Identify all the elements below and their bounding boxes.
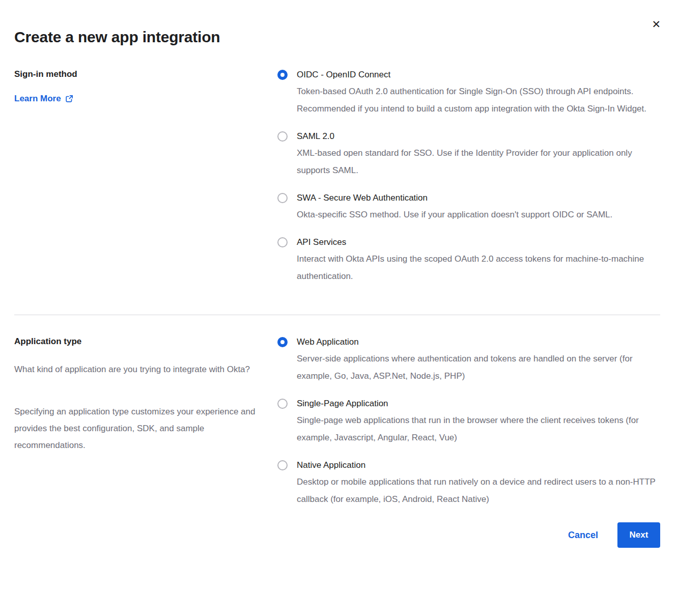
radio-option-oidc: OIDC - OpenID Connect Token-based OAuth … xyxy=(277,69,660,118)
application-type-left-column: Application type What kind of applicatio… xyxy=(14,337,277,508)
learn-more-label: Learn More xyxy=(14,94,61,104)
radio-option-swa: SWA - Secure Web Authentication Okta-spe… xyxy=(277,192,660,223)
learn-more-link[interactable]: Learn More xyxy=(14,94,73,104)
application-type-section: Application type What kind of applicatio… xyxy=(14,337,660,508)
single-page-application-option-description: Single-page web applications that run in… xyxy=(297,412,660,446)
radio-option-api-services: API Services Interact with Okta APIs usi… xyxy=(277,237,660,285)
single-page-application-radio-button[interactable] xyxy=(277,399,288,409)
web-application-radio-button[interactable] xyxy=(277,337,288,347)
application-type-options: Web Application Server-side applications… xyxy=(277,337,660,508)
native-application-option-description: Desktop or mobile applications that run … xyxy=(297,473,660,508)
radio-option-native-application: Native Application Desktop or mobile app… xyxy=(277,460,660,508)
swa-option-description: Okta-specific SSO method. Use if your ap… xyxy=(297,206,612,223)
oidc-option-description: Token-based OAuth 2.0 authentication for… xyxy=(297,83,660,118)
saml-option-description: XML-based open standard for SSO. Use if … xyxy=(297,145,660,179)
oidc-option-label[interactable]: OIDC - OpenID Connect xyxy=(297,69,660,80)
radio-option-single-page-application: Single-Page Application Single-page web … xyxy=(277,398,660,446)
radio-option-web-application: Web Application Server-side applications… xyxy=(277,337,660,385)
dialog-footer: Cancel Next xyxy=(14,522,660,548)
swa-radio-button[interactable] xyxy=(277,193,288,203)
single-page-application-option-label[interactable]: Single-Page Application xyxy=(297,398,660,409)
native-application-option-label[interactable]: Native Application xyxy=(297,460,660,471)
external-link-icon xyxy=(65,95,73,103)
api-services-radio-button[interactable] xyxy=(277,237,288,247)
page-title: Create a new app integration xyxy=(14,29,660,46)
web-application-option-description: Server-side applications where authentic… xyxy=(297,350,660,385)
signin-method-left-column: Sign-in method Learn More xyxy=(14,69,277,285)
create-app-integration-dialog: ✕ Create a new app integration Sign-in m… xyxy=(0,0,678,616)
application-type-label: Application type xyxy=(14,337,277,347)
swa-option-label[interactable]: SWA - Secure Web Authentication xyxy=(297,192,612,204)
oidc-radio-button[interactable] xyxy=(277,70,288,80)
close-icon[interactable]: ✕ xyxy=(652,19,661,30)
api-services-option-label[interactable]: API Services xyxy=(297,237,660,248)
native-application-radio-button[interactable] xyxy=(277,460,288,470)
section-divider xyxy=(14,315,660,315)
next-button[interactable]: Next xyxy=(617,522,660,548)
web-application-option-label[interactable]: Web Application xyxy=(297,337,660,348)
saml-option-label[interactable]: SAML 2.0 xyxy=(297,131,660,142)
signin-method-label: Sign-in method xyxy=(14,69,277,79)
api-services-option-description: Interact with Okta APIs using the scoped… xyxy=(297,250,660,285)
signin-method-options: OIDC - OpenID Connect Token-based OAuth … xyxy=(277,69,660,285)
radio-option-saml: SAML 2.0 XML-based open standard for SSO… xyxy=(277,131,660,179)
signin-method-section: Sign-in method Learn More OIDC - OpenID … xyxy=(14,69,660,285)
application-type-description-2: Specifying an application type customize… xyxy=(14,403,269,454)
cancel-button[interactable]: Cancel xyxy=(568,530,598,541)
application-type-description-1: What kind of application are you trying … xyxy=(14,361,269,378)
saml-radio-button[interactable] xyxy=(277,131,288,142)
